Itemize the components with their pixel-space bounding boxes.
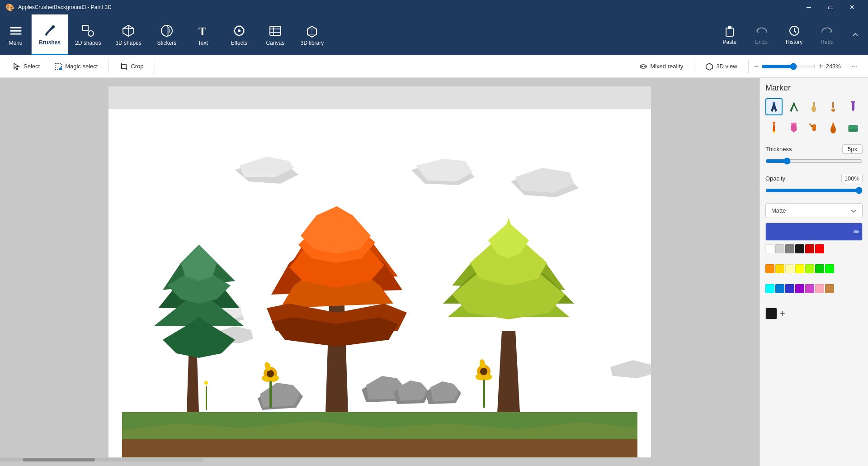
tab-canvas[interactable]: Canvas [257,14,293,55]
brush-watercolor[interactable] [825,98,842,115]
color-blue[interactable] [775,284,784,293]
tab-text[interactable]: T Text [185,14,221,55]
brush-eraser[interactable] [844,119,862,136]
color-cyan[interactable] [765,284,774,293]
add-color-button[interactable]: + [780,309,785,319]
spray-icon [807,121,821,134]
brush-highlighter[interactable] [785,119,802,136]
title-bar: 🎨 ApplesCrusherBackground3 - Paint 3D ─ … [0,0,868,14]
horizontal-scrollbar[interactable] [0,458,203,461]
svg-point-21 [644,66,646,67]
text-icon: T [196,24,210,38]
svg-point-5 [88,31,94,36]
eyedropper-icon[interactable]: ✏ [854,228,859,236]
active-color-swatch[interactable]: ✏ [765,223,863,241]
brush-oil[interactable] [805,98,822,115]
tab-brushes[interactable]: Brushes [32,14,68,55]
thickness-slider[interactable] [765,157,863,165]
color-orange[interactable] [765,264,774,273]
opacity-slider[interactable] [765,187,863,194]
divider-1 [108,60,109,73]
color-magenta[interactable] [805,284,814,293]
color-purple[interactable] [795,284,804,293]
svg-point-78 [480,368,487,375]
select-icon [13,62,21,71]
thickness-value: 5px [842,144,863,154]
undo-button[interactable]: Undo [745,21,777,49]
history-button[interactable]: History [777,21,811,49]
tab-3d-shapes[interactable]: 3D shapes [108,14,148,55]
select-tool[interactable]: Select [7,60,45,73]
brush-spray[interactable] [805,119,822,136]
brush-pen[interactable] [844,98,862,115]
tab-2d-shapes[interactable]: 2D shapes [68,14,108,55]
color-dark-blue[interactable] [785,284,794,293]
pen-icon [846,100,860,114]
color-row-1 [765,244,863,263]
brush-marker[interactable] [765,98,783,115]
color-red[interactable] [815,244,824,253]
brushes-icon [42,23,57,38]
3d-library-icon [305,24,319,38]
color-yellow-green[interactable] [805,264,814,273]
color-yellow[interactable] [795,264,804,273]
3d-view-tool[interactable]: 3D view [700,60,742,73]
collapse-button[interactable] [843,28,868,42]
maximize-button[interactable]: ▭ [820,0,841,14]
svg-rect-95 [811,125,813,127]
svg-rect-93 [791,123,797,124]
mixed-reality-tool[interactable]: Mixed reality [634,60,689,73]
svg-rect-10 [270,26,281,35]
color-bright-green[interactable] [825,264,834,273]
color-light-yellow[interactable] [785,264,794,273]
opacity-value: 100% [841,174,863,183]
close-button[interactable]: ✕ [842,0,863,14]
history-icon [788,24,801,37]
color-gray[interactable] [785,244,794,253]
3d-view-icon [705,62,713,71]
matte-dropdown[interactable]: Matte [765,203,863,218]
color-dark[interactable] [795,244,804,253]
brush-fill[interactable] [825,119,842,136]
color-light-gray[interactable] [775,244,784,253]
effects-icon [232,24,246,38]
zoom-out-button[interactable]: − [754,62,759,71]
canvas-artwork[interactable] [108,86,651,457]
oil-brush-icon [807,100,821,114]
color-white[interactable] [765,244,774,253]
toolbar: Select Magic select Crop Mixed reality [0,55,868,78]
brush-calligraphy[interactable] [785,98,802,115]
tab-effects[interactable]: Effects [221,14,257,55]
tab-effects-label: Effects [231,40,247,46]
tab-canvas-label: Canvas [266,40,284,46]
color-pink[interactable] [815,284,824,293]
tab-3d-library[interactable]: 3D library [293,14,331,55]
color-tan[interactable] [825,284,834,293]
redo-button[interactable]: Redo [811,21,843,49]
svg-point-98 [830,126,836,133]
color-dark-red[interactable] [805,244,814,253]
svg-point-97 [810,123,811,124]
brush-pencil[interactable] [765,119,783,136]
stickers-icon [160,24,174,38]
minimize-button[interactable]: ─ [798,0,819,14]
hamburger-icon [9,24,23,38]
brush-grid-row2 [765,119,863,136]
zoom-percentage: 243% [826,63,844,70]
tab-stickers[interactable]: Stickers [149,14,185,55]
pencil-icon [767,121,781,134]
magic-select-tool[interactable]: Magic select [49,60,103,73]
paste-button[interactable]: Paste [714,21,746,49]
current-color-box[interactable] [765,308,777,319]
color-green[interactable] [815,264,824,273]
color-gold[interactable] [775,264,784,273]
more-options-button[interactable]: ··· [848,61,861,72]
crop-tool[interactable]: Crop [114,60,149,73]
zoom-slider[interactable] [761,63,816,70]
svg-point-85 [204,381,208,385]
chevron-up-icon [852,31,859,38]
menu-button[interactable]: Menu [0,14,32,55]
redo-label: Redo [821,39,834,45]
zoom-in-button[interactable]: + [818,62,823,71]
crop-label: Crop [131,63,143,70]
